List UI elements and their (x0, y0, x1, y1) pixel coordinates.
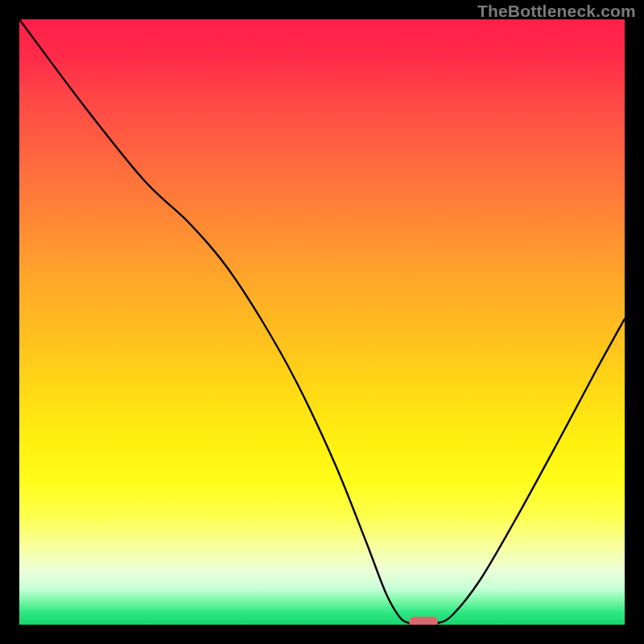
watermark-text: TheBottleneck.com (477, 2, 636, 21)
plot-area (19, 19, 625, 625)
optimal-marker (409, 617, 438, 625)
chart-frame: TheBottleneck.com (0, 0, 644, 644)
bottleneck-curve (19, 19, 625, 625)
